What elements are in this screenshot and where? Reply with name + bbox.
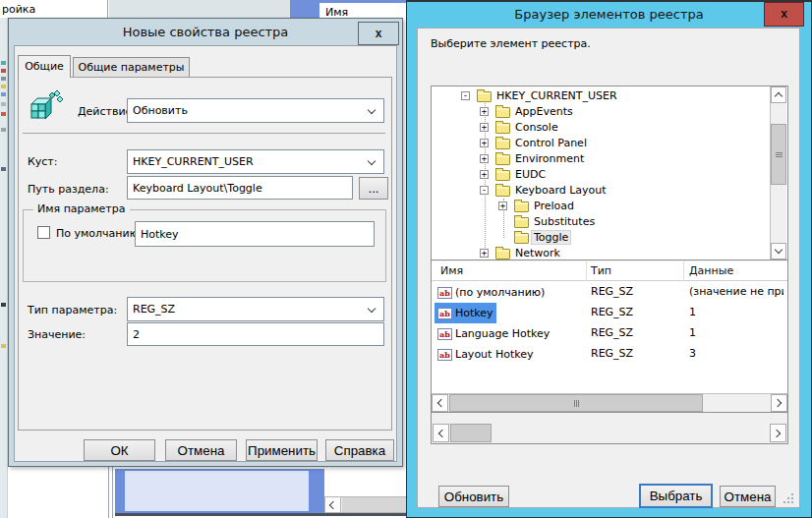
scroll-left-button[interactable]: [432, 394, 448, 412]
tree-item-label[interactable]: EUDC: [513, 168, 548, 181]
tree-item-console[interactable]: + Console: [432, 120, 766, 136]
tree-item-label[interactable]: Environment: [513, 152, 586, 165]
type-value: REG_SZ: [133, 303, 175, 316]
tree-vscrollbar[interactable]: [770, 86, 786, 259]
expand-expander-icon[interactable]: +: [480, 123, 489, 132]
expand-expander-icon[interactable]: +: [498, 201, 507, 210]
value-input[interactable]: 2: [127, 322, 384, 346]
cancel-button[interactable]: Отмена: [720, 486, 776, 507]
column-header-type[interactable]: Тип: [591, 264, 611, 277]
chevron-left-icon: [437, 399, 445, 407]
scrollbar-thumb[interactable]: [771, 124, 786, 185]
tree-item-hkey-current-user[interactable]: - HKEY_CURRENT_USER: [432, 88, 766, 104]
resize-grip[interactable]: [791, 493, 793, 495]
collapse-expander-icon[interactable]: -: [480, 186, 489, 195]
column-header-name[interactable]: Имя: [440, 264, 463, 277]
tree-item-label[interactable]: Preload: [532, 200, 576, 212]
list-row-hotkey-selected[interactable]: abHotkey REG_SZ 1: [432, 303, 771, 323]
scrollbar-thumb[interactable]: [450, 424, 492, 442]
string-value-icon: ab: [437, 328, 452, 340]
scroll-up-button[interactable]: [771, 86, 786, 103]
collapse-expander-icon[interactable]: -: [461, 91, 470, 100]
tree-item-network[interactable]: + Network: [432, 246, 766, 261]
tree-item-preload[interactable]: + Preload: [432, 199, 766, 214]
expand-expander-icon[interactable]: +: [480, 107, 489, 116]
string-value-icon: ab: [437, 308, 452, 319]
value-data: 1: [689, 326, 696, 339]
default-checkbox-label[interactable]: По умолчанию: [56, 227, 139, 240]
tree-item-control-panel[interactable]: + Control Panel: [432, 136, 766, 151]
scrollbar-thumb[interactable]: [449, 394, 703, 412]
registry-tree: - HKEY_CURRENT_USER + AppEvents + Consol…: [432, 86, 787, 260]
background-mini-icon: [1, 69, 6, 73]
close-button[interactable]: x: [358, 22, 399, 45]
tree-item-label[interactable]: Keyboard Layout: [513, 184, 609, 197]
background-bottom-area: [108, 464, 406, 518]
tab-general[interactable]: Общие: [18, 55, 71, 78]
value-name[interactable]: Hotkey: [455, 307, 493, 319]
value-data: 3: [689, 347, 696, 360]
apply-button[interactable]: Применить: [246, 439, 318, 461]
tree-item-label[interactable]: HKEY_CURRENT_USER: [494, 89, 619, 102]
expand-expander-icon[interactable]: +: [480, 249, 489, 258]
scrollbar-thumb[interactable]: [342, 497, 407, 512]
tree-item-appevents[interactable]: + AppEvents: [432, 104, 766, 120]
scroll-right-button[interactable]: [771, 394, 787, 412]
tree-item-toggle-selected[interactable]: Toggle: [432, 230, 766, 246]
key-path-input[interactable]: Keyboard Layout\Toggle: [127, 176, 353, 200]
browse-button[interactable]: ...: [359, 177, 388, 200]
tree-item-label[interactable]: Toggle: [532, 231, 570, 244]
tab-common-parameters[interactable]: Общие параметры: [73, 57, 190, 78]
list-row-language-hotkey[interactable]: abLanguage Hotkey REG_SZ 1: [432, 323, 771, 344]
list-hscrollbar[interactable]: [432, 393, 787, 412]
tree-item-keyboard-layout[interactable]: - Keyboard Layout: [432, 183, 766, 199]
value-name[interactable]: Layout Hotkey: [455, 348, 533, 361]
ok-button[interactable]: ОК: [84, 439, 155, 461]
dialog-client-area: Выберите элемент реестра. - HKEY_CURRENT…: [417, 28, 800, 508]
expand-expander-icon[interactable]: +: [480, 139, 489, 147]
scroll-down-button[interactable]: [771, 243, 786, 259]
chevron-right-icon: [773, 429, 781, 436]
tree-item-substitutes[interactable]: Substitutes: [432, 214, 766, 230]
value-name[interactable]: Language Hotkey: [455, 327, 550, 340]
list-row-layout-hotkey[interactable]: abLayout Hotkey REG_SZ 3: [432, 344, 771, 365]
column-separator[interactable]: [683, 261, 684, 281]
select-button[interactable]: Выбрать: [639, 484, 713, 508]
value-name[interactable]: (по умолчанию): [455, 286, 545, 299]
folder-icon: [495, 107, 510, 118]
parameter-name-input[interactable]: Hotkey: [135, 221, 375, 247]
parameter-name-value: Hotkey: [141, 228, 179, 241]
action-combobox[interactable]: Обновить: [127, 98, 384, 123]
column-separator[interactable]: [586, 261, 587, 281]
expand-expander-icon[interactable]: +: [480, 170, 489, 179]
background-hscrollbar[interactable]: [324, 496, 406, 513]
browser-panel: - HKEY_CURRENT_USER + AppEvents + Consol…: [431, 86, 788, 444]
chevron-left-icon: [328, 500, 336, 508]
expand-expander-icon[interactable]: +: [480, 154, 489, 163]
scroll-left-button[interactable]: [433, 424, 449, 442]
type-combobox[interactable]: REG_SZ: [127, 297, 384, 321]
refresh-button[interactable]: Обновить: [438, 486, 509, 507]
tree-item-label[interactable]: AppEvents: [513, 105, 575, 118]
scroll-right-button[interactable]: [770, 424, 786, 442]
background-mini-icon: [1, 92, 6, 96]
tree-item-label[interactable]: Substitutes: [532, 215, 597, 228]
cancel-button[interactable]: Отмена: [165, 439, 237, 461]
default-checkbox[interactable]: [37, 226, 50, 239]
tree-item-environment[interactable]: + Environment: [432, 151, 766, 167]
chevron-down-icon: [775, 246, 783, 254]
tree-item-label[interactable]: Control Panel: [513, 137, 589, 149]
column-header-data[interactable]: Данные: [689, 264, 733, 277]
tree-item-eudc[interactable]: + EUDC: [432, 167, 766, 183]
thumb-grip-icon: [776, 154, 783, 155]
hive-combobox[interactable]: HKEY_CURRENT_USER: [127, 149, 384, 174]
panel-hscrollbar[interactable]: [433, 424, 786, 442]
tree-item-label[interactable]: Network: [513, 247, 562, 259]
list-row-default[interactable]: ab(по умолчанию) REG_SZ (значение не при…: [432, 282, 771, 303]
tree-item-label[interactable]: Console: [513, 121, 560, 134]
action-value: Обновить: [133, 104, 188, 117]
scroll-left-button[interactable]: [325, 497, 341, 512]
value-type: REG_SZ: [591, 306, 633, 318]
close-button[interactable]: x: [764, 2, 804, 27]
help-button[interactable]: Справка: [325, 439, 394, 461]
